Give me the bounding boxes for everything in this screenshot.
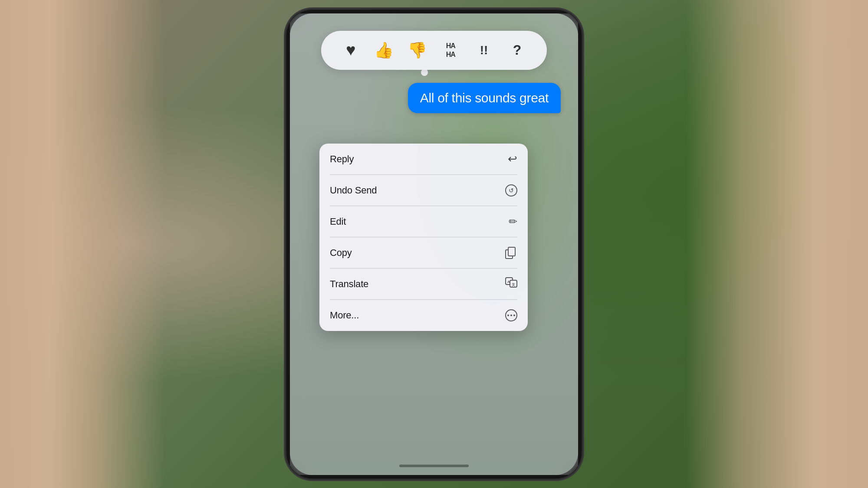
reaction-thumbs-up[interactable]: 👍 [371, 37, 397, 63]
svg-text:A: A [507, 280, 510, 284]
undo-send-icon: ↺ [505, 184, 517, 197]
copy-icon [505, 247, 517, 259]
reaction-question[interactable]: ? [504, 37, 530, 63]
reply-icon: ↩ [508, 152, 517, 166]
undo-send-label: Undo Send [330, 185, 377, 196]
reaction-bar: ♥ 👍 👎 HAHA !! ? [321, 31, 547, 70]
menu-item-reply[interactable]: Reply ↩ [319, 144, 528, 175]
phone-frame: ♥ 👍 👎 HAHA !! ? All of this sounds great… [286, 10, 582, 478]
menu-item-undo-send[interactable]: Undo Send ↺ [319, 175, 528, 206]
phone-screen: ♥ 👍 👎 HAHA !! ? All of this sounds great… [290, 13, 578, 475]
reaction-exclamation[interactable]: !! [471, 37, 497, 63]
message-text: All of this sounds great [420, 91, 549, 105]
reaction-haha[interactable]: HAHA [437, 37, 464, 63]
reaction-heart[interactable]: ♥ [338, 37, 364, 63]
message-bubble: All of this sounds great [408, 83, 561, 113]
hand-right [686, 0, 868, 488]
edit-label: Edit [330, 216, 346, 227]
svg-text:文: 文 [512, 282, 515, 287]
edit-icon: ✏ [509, 216, 517, 228]
reaction-thumbs-down[interactable]: 👎 [404, 37, 431, 63]
reply-label: Reply [330, 154, 354, 165]
home-indicator [399, 465, 469, 467]
reaction-tail [421, 69, 428, 76]
context-menu: Reply ↩ Undo Send ↺ Edit ✏ Copy [319, 144, 528, 331]
hand-left [0, 0, 165, 488]
menu-item-more[interactable]: More... [319, 300, 528, 331]
translate-label: Translate [330, 278, 368, 290]
copy-label: Copy [330, 247, 352, 259]
translate-icon: A 文 [505, 276, 517, 291]
more-icon [505, 309, 517, 321]
menu-item-copy[interactable]: Copy [319, 237, 528, 269]
menu-item-translate[interactable]: Translate A 文 [319, 269, 528, 300]
more-label: More... [330, 310, 359, 321]
menu-item-edit[interactable]: Edit ✏ [319, 206, 528, 237]
